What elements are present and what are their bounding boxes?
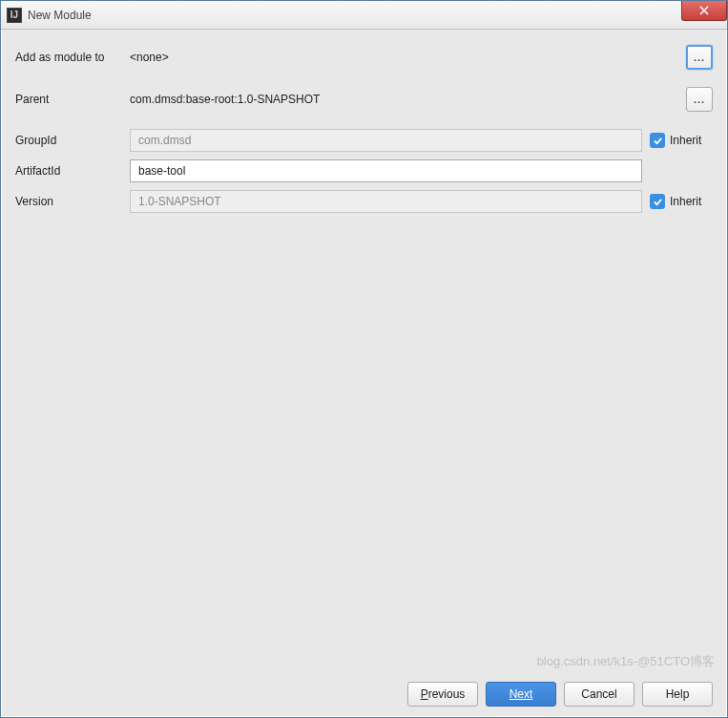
- dialog-window: IJ New Module Add as module to <none> ..…: [0, 0, 728, 718]
- close-button[interactable]: [681, 1, 727, 21]
- browse-parent-button[interactable]: ...: [686, 87, 713, 112]
- row-artifact-id: ArtifactId: [15, 159, 713, 182]
- next-label: Next: [510, 687, 533, 701]
- content-area: Add as module to <none> ... Parent com.d…: [1, 30, 727, 717]
- input-version: [130, 190, 642, 213]
- next-button[interactable]: Next: [486, 682, 556, 707]
- row-version: Version Inherit: [15, 190, 713, 213]
- value-parent: com.dmsd:base-root:1.0-SNAPSHOT: [130, 93, 678, 106]
- form-area: Add as module to <none> ... Parent com.d…: [15, 45, 713, 672]
- close-icon: [699, 6, 709, 15]
- check-icon: [653, 136, 663, 146]
- input-artifact-id[interactable]: [130, 159, 642, 182]
- checkbox-inherit-group-id[interactable]: [650, 133, 665, 148]
- window-title: New Module: [28, 9, 92, 22]
- help-button[interactable]: Help: [642, 682, 713, 707]
- cancel-button[interactable]: Cancel: [564, 682, 634, 707]
- label-artifact-id: ArtifactId: [15, 164, 130, 178]
- label-group-id: GroupId: [15, 134, 130, 147]
- app-icon: IJ: [7, 8, 22, 23]
- browse-add-as-module-button[interactable]: ...: [686, 45, 713, 70]
- titlebar[interactable]: IJ New Module: [1, 1, 727, 30]
- inherit-group-id: Inherit: [650, 133, 713, 148]
- inherit-version: Inherit: [650, 194, 713, 209]
- value-add-as-module: <none>: [130, 51, 678, 64]
- button-bar: Previous Next Cancel Help: [15, 672, 713, 707]
- label-parent: Parent: [15, 93, 130, 106]
- input-group-id: [130, 129, 642, 152]
- inherit-label-version: Inherit: [670, 195, 701, 208]
- check-icon: [653, 197, 663, 207]
- inherit-label-group-id: Inherit: [670, 134, 701, 147]
- previous-button[interactable]: Previous: [407, 682, 478, 707]
- label-version: Version: [15, 195, 130, 208]
- previous-label-rest: revious: [428, 687, 466, 701]
- checkbox-inherit-version[interactable]: [650, 194, 665, 209]
- row-parent: Parent com.dmsd:base-root:1.0-SNAPSHOT .…: [15, 87, 713, 112]
- label-add-as-module: Add as module to: [15, 51, 130, 64]
- row-group-id: GroupId Inherit: [15, 129, 713, 152]
- row-add-as-module: Add as module to <none> ...: [15, 45, 713, 70]
